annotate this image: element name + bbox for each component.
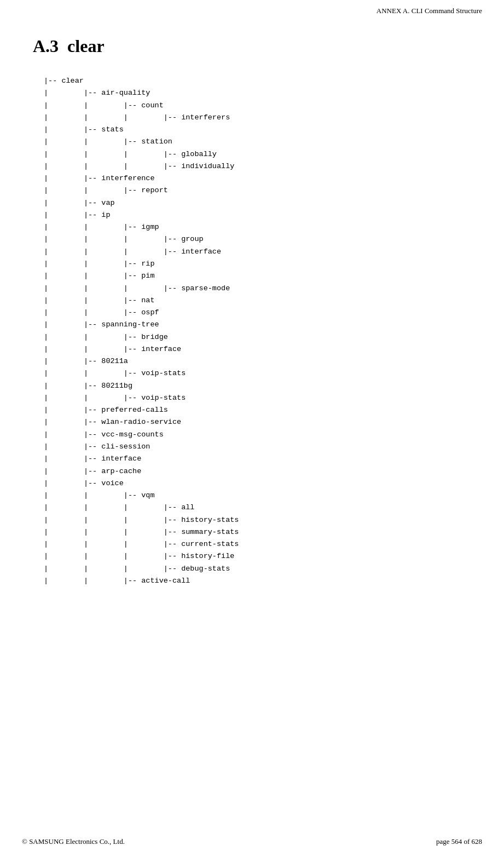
tree-line: | | | |-- individually bbox=[44, 160, 471, 172]
tree-line: | |-- wlan-radio-service bbox=[44, 416, 471, 428]
tree-line: | | | |-- current-stats bbox=[44, 538, 471, 550]
tree-line: | | | |-- sparse-mode bbox=[44, 283, 471, 295]
header-title: ANNEX A. CLI Command Structure bbox=[376, 7, 482, 15]
tree-line: | |-- stats bbox=[44, 124, 471, 136]
tree-line: | | |-- bridge bbox=[44, 331, 471, 343]
tree-line: | | |-- active-call bbox=[44, 575, 471, 587]
section-heading: A.3 clear bbox=[33, 31, 471, 70]
tree-line: | | | |-- summary-stats bbox=[44, 526, 471, 538]
tree-line: | |-- air-quality bbox=[44, 87, 471, 99]
tree-line: | |-- interface bbox=[44, 453, 471, 465]
tree-line: | | |-- rip bbox=[44, 258, 471, 270]
tree-line: | | | |-- debug-stats bbox=[44, 563, 471, 575]
tree-line: | |-- arp-cache bbox=[44, 465, 471, 478]
page-header: ANNEX A. CLI Command Structure bbox=[0, 0, 504, 20]
tree-line: | | | |-- history-file bbox=[44, 550, 471, 562]
tree-line: | |-- interference bbox=[44, 172, 471, 185]
tree-line: | | |-- station bbox=[44, 136, 471, 148]
tree-line: | | | |-- all bbox=[44, 502, 471, 514]
tree-line: | | |-- vqm bbox=[44, 490, 471, 502]
tree-line: | | |-- report bbox=[44, 185, 471, 197]
tree-line: | | | |-- group bbox=[44, 233, 471, 245]
tree-line: | |-- vap bbox=[44, 197, 471, 209]
tree-line: | | |-- igmp bbox=[44, 221, 471, 233]
tree-line: | |-- preferred-calls bbox=[44, 404, 471, 416]
tree-line: | | |-- pim bbox=[44, 270, 471, 282]
tree-line: | | | |-- history-stats bbox=[44, 514, 471, 526]
tree-line: | |-- 80211bg bbox=[44, 380, 471, 392]
tree-line: | |-- ip bbox=[44, 209, 471, 221]
tree-line: | |-- voice bbox=[44, 478, 471, 490]
tree-line: | | |-- ospf bbox=[44, 307, 471, 319]
tree-line: | | | |-- globally bbox=[44, 148, 471, 160]
tree-line: | |-- cli-session bbox=[44, 441, 471, 453]
tree-line: | | |-- voip-stats bbox=[44, 392, 471, 404]
tree-line: | |-- vcc-msg-counts bbox=[44, 429, 471, 441]
tree-line: | | |-- nat bbox=[44, 295, 471, 307]
page-number: page 564 of 628 bbox=[436, 837, 482, 846]
tree-container: |-- clear| |-- air-quality| | |-- count|… bbox=[33, 75, 471, 587]
tree-line: | | |-- interface bbox=[44, 343, 471, 355]
copyright: © SAMSUNG Electronics Co., Ltd. bbox=[22, 837, 125, 846]
section-title: clear bbox=[67, 36, 105, 56]
tree-line: | |-- spanning-tree bbox=[44, 319, 471, 331]
section-label: A.3 bbox=[33, 36, 59, 56]
tree-line: |-- clear bbox=[44, 75, 471, 87]
tree-line: | | | |-- interferers bbox=[44, 112, 471, 124]
page-footer: © SAMSUNG Electronics Co., Ltd. page 564… bbox=[0, 837, 504, 846]
tree-line: | | |-- count bbox=[44, 100, 471, 112]
tree-line: | | | |-- interface bbox=[44, 246, 471, 258]
tree-line: | |-- 80211a bbox=[44, 355, 471, 367]
tree-line: | | |-- voip-stats bbox=[44, 367, 471, 379]
